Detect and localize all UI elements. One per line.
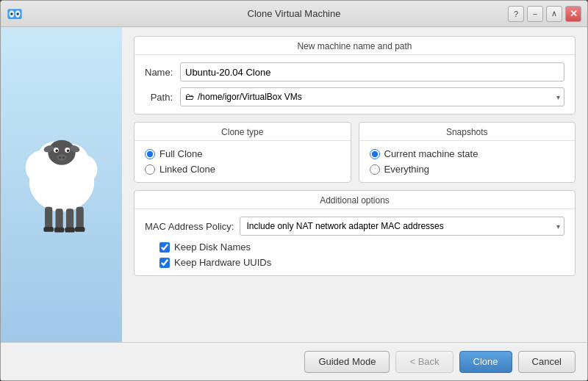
svg-point-15 — [55, 149, 57, 151]
clone-button[interactable]: Clone — [459, 351, 512, 373]
help-button[interactable]: ? — [508, 6, 524, 22]
name-row: Name: — [145, 62, 564, 81]
current-state-row: Current machine state — [370, 148, 565, 159]
svg-point-3 — [10, 12, 12, 15]
additional-options-title: Additional options — [135, 191, 575, 209]
everything-label[interactable]: Everything — [384, 164, 429, 175]
mac-policy-container: Include only NAT network adapter MAC add… — [240, 217, 564, 236]
keep-hardware-uuids-checkbox[interactable] — [159, 258, 170, 268]
svg-point-12 — [48, 139, 75, 164]
maximize-button[interactable]: ∧ — [546, 6, 562, 22]
clone-type-section: Clone type Full Clone Linked Clone — [134, 122, 351, 183]
svg-point-11 — [62, 164, 92, 195]
svg-rect-28 — [65, 227, 75, 232]
virtualbox-logo-icon — [7, 6, 23, 22]
titlebar-left — [7, 6, 23, 22]
svg-rect-27 — [54, 227, 64, 232]
mac-policy-value: Include only NAT network adapter MAC add… — [246, 221, 443, 231]
svg-point-10 — [29, 162, 62, 195]
main-content: New machine name and path Name: Path: 🗁 … — [1, 27, 587, 342]
cancel-button[interactable]: Cancel — [518, 351, 576, 373]
keep-disk-names-label[interactable]: Keep Disk Names — [174, 242, 251, 253]
clone-snapshots-row: Clone type Full Clone Linked Clone — [134, 122, 576, 183]
window-title: Clone Virtual Machine — [248, 8, 341, 19]
keep-hardware-uuids-row: Keep Hardware UUIDs — [145, 257, 564, 268]
snapshots-title: Snapshots — [359, 123, 576, 141]
svg-rect-29 — [74, 226, 85, 231]
keep-disk-names-checkbox[interactable] — [159, 242, 170, 253]
svg-point-18 — [58, 156, 60, 158]
svg-point-16 — [66, 149, 68, 151]
close-button[interactable]: ✕ — [565, 6, 581, 22]
titlebar: Clone Virtual Machine ? − ∧ ✕ — [1, 1, 587, 27]
guided-mode-button[interactable]: Guided Mode — [304, 351, 390, 373]
full-clone-label[interactable]: Full Clone — [159, 148, 203, 159]
footer: Guided Mode < Back Clone Cancel — [1, 342, 587, 380]
full-clone-radio[interactable] — [145, 149, 155, 159]
name-path-section: New machine name and path Name: Path: 🗁 … — [134, 36, 576, 115]
full-clone-row: Full Clone — [145, 148, 340, 159]
path-label: Path: — [145, 92, 180, 103]
mac-policy-selector[interactable]: Include only NAT network adapter MAC add… — [240, 217, 564, 236]
additional-options-section: Additional options MAC Address Policy: I… — [134, 190, 576, 276]
titlebar-controls: ? − ∧ ✕ — [508, 6, 581, 22]
back-button[interactable]: < Back — [395, 351, 453, 373]
name-label: Name: — [145, 67, 180, 78]
everything-row: Everything — [370, 164, 565, 175]
snapshots-section: Snapshots Current machine state Everythi… — [359, 122, 576, 183]
linked-clone-label[interactable]: Linked Clone — [159, 164, 215, 175]
sheep-panel — [1, 27, 122, 342]
name-input[interactable] — [180, 62, 564, 81]
additional-options-body: MAC Address Policy: Include only NAT net… — [135, 209, 575, 275]
path-container: 🗁 /home/igor/VirtualBox VMs ▾ — [180, 87, 564, 106]
keep-disk-names-row: Keep Disk Names — [145, 242, 564, 253]
svg-point-4 — [16, 12, 18, 15]
path-row: Path: 🗁 /home/igor/VirtualBox VMs ▾ — [145, 87, 564, 106]
name-path-title: New machine name and path — [135, 37, 575, 55]
minimize-button[interactable]: − — [527, 6, 543, 22]
keep-hardware-uuids-label[interactable]: Keep Hardware UUIDs — [174, 257, 271, 268]
path-selector[interactable]: 🗁 /home/igor/VirtualBox VMs — [180, 87, 564, 106]
clone-vm-window: Clone Virtual Machine ? − ∧ ✕ — [0, 0, 588, 381]
current-state-radio[interactable] — [370, 149, 380, 159]
svg-point-19 — [62, 156, 64, 158]
svg-rect-26 — [43, 226, 54, 231]
name-path-body: Name: Path: 🗁 /home/igor/VirtualBox VMs … — [135, 55, 575, 114]
mac-policy-row: MAC Address Policy: Include only NAT net… — [145, 217, 564, 236]
current-state-label[interactable]: Current machine state — [384, 148, 478, 159]
clone-type-title: Clone type — [135, 123, 351, 141]
svg-point-17 — [57, 154, 67, 161]
path-folder-icon: 🗁 — [185, 92, 194, 102]
snapshots-body: Current machine state Everything — [359, 141, 576, 182]
linked-clone-row: Linked Clone — [145, 164, 340, 175]
sheep-illustration — [14, 123, 110, 247]
linked-clone-radio[interactable] — [145, 164, 155, 175]
form-panel: New machine name and path Name: Path: 🗁 … — [122, 27, 587, 342]
mac-policy-label: MAC Address Policy: — [145, 221, 234, 232]
path-value: /home/igor/VirtualBox VMs — [198, 92, 302, 102]
everything-radio[interactable] — [370, 164, 380, 175]
clone-type-body: Full Clone Linked Clone — [135, 141, 351, 182]
